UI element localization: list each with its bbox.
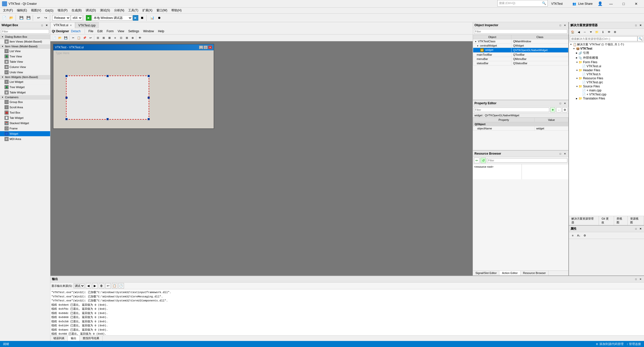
se-float-btn[interactable]: □ <box>634 23 638 27</box>
resize-handle-br[interactable] <box>148 118 150 120</box>
diagnostic-btn[interactable]: 📊 <box>149 15 155 21</box>
rb-filter-input[interactable] <box>487 158 567 163</box>
item-tool-box[interactable]: 🧰 Tool Box <box>0 110 50 115</box>
resize-handle-tm[interactable] <box>107 75 109 77</box>
widget-box-float-btn[interactable]: □ <box>40 23 44 27</box>
menu-item-extensions[interactable]: 扩展(X) <box>140 8 154 13</box>
form-window[interactable]: VTKTest - VTKTest.ui _ □ ✕ Type Here <box>53 44 214 129</box>
menu-item-test[interactable]: 测试(S) <box>98 8 112 13</box>
save-all-btn[interactable]: 💾 <box>25 15 32 21</box>
se-tab-git[interactable]: Git 更改 <box>599 216 614 225</box>
pe-add-btn[interactable]: + <box>550 107 555 112</box>
tree-row-vtktest-ui[interactable]: 📄 VTKTest.ui <box>569 64 644 68</box>
close-btn[interactable]: ✕ <box>630 0 642 8</box>
item-group-box[interactable]: □ Group Box <box>0 99 50 105</box>
rb-left[interactable]: <resource root> <box>473 164 522 179</box>
run-target-combo[interactable]: 本地 Windows 调试器 <box>92 15 132 21</box>
props-custom-btn[interactable]: ⚙ <box>582 233 588 238</box>
tree-row-source-files[interactable]: ▼ 📁 Source Files <box>569 84 644 88</box>
se-tab-solution[interactable]: 解决方案资源管理器 <box>569 216 599 225</box>
se-search-input[interactable] <box>570 36 637 41</box>
stop-btn[interactable]: ⏹ <box>139 15 145 21</box>
table-row[interactable]: ▼ VTKTestClass QMainWindow <box>473 39 568 44</box>
out-tab-find[interactable]: 查找符号结果 <box>80 336 103 341</box>
oi-close-btn[interactable]: ✕ <box>563 23 567 27</box>
tab-close-ui[interactable]: ✕ <box>70 24 72 27</box>
category-item-widgets[interactable]: ▼ Item Widgets (Item-Based) <box>0 75 50 79</box>
menu-item-edit[interactable]: 编辑(E) <box>15 8 29 13</box>
table-row[interactable]: mainToolBar QToolBar <box>473 53 568 57</box>
pe-filter-input[interactable] <box>474 108 549 112</box>
qt-menu-view[interactable]: View <box>116 29 126 33</box>
qt-menu-settings[interactable]: Settings <box>127 29 141 33</box>
maximize-btn[interactable]: □ <box>618 0 629 8</box>
qt-tool-undo[interactable]: ↩ <box>88 35 93 41</box>
build-config-combo[interactable]: Release <box>52 15 70 21</box>
item-mdi-area[interactable]: ⊞ MDI Area <box>0 136 50 142</box>
search-toolbar[interactable]: 搜索 (Ctrl+Q) 🔍 <box>497 0 548 7</box>
qt-menu-edit[interactable]: Edit <box>96 29 104 33</box>
attach-btn[interactable]: ▶ <box>133 15 138 21</box>
redo-btn[interactable]: ↪ <box>42 15 49 21</box>
menu-item-project[interactable]: 项目(P) <box>55 8 70 13</box>
widget-box-filter-input[interactable] <box>1 29 49 34</box>
qt-tool-paste[interactable]: 📌 <box>82 35 87 41</box>
rb-close-btn[interactable]: ✕ <box>563 152 567 156</box>
se-all-files-btn[interactable]: 📁 <box>594 29 600 35</box>
menu-item-file[interactable]: 文件(F) <box>1 8 15 13</box>
add-to-source-btn[interactable]: ⊕ 添加到源代码管理 <box>596 342 623 346</box>
out-tab-output[interactable]: 输出 <box>68 336 80 341</box>
resize-handle-ml[interactable] <box>66 97 68 99</box>
form-body[interactable]: Type Here <box>53 50 214 128</box>
tree-row-resource-files[interactable]: ▼ 📁 Resource Files <box>569 76 644 80</box>
out-tab-errors[interactable]: 错误列表 <box>50 336 68 341</box>
se-settings-btn[interactable]: ⚙ <box>612 29 618 35</box>
tree-row-vtktest-qrc[interactable]: 📄 VTKTest.qrc <box>569 80 644 84</box>
table-row[interactable]: W widget QVTKOpenGLNativeWidget <box>473 48 568 53</box>
rb-edit-btn[interactable]: ✏ <box>474 158 479 163</box>
qt-tool-layout4[interactable]: ≡ <box>112 35 118 41</box>
table-row[interactable]: statusBar QStatusBar <box>473 61 568 65</box>
table-row[interactable]: ▼ centralWidget QWidget <box>473 44 568 48</box>
pe-settings-btn[interactable]: ⚙ <box>562 107 567 112</box>
tree-row-main-cpp[interactable]: 📄 + main.cpp <box>569 88 644 92</box>
qt-tool-new[interactable]: 📄 <box>51 35 57 41</box>
qt-tool-layout5[interactable]: ⊡ <box>118 35 124 41</box>
props-float-btn[interactable]: □ <box>634 227 638 231</box>
form-min-btn[interactable]: _ <box>199 46 203 49</box>
tab-vtktest-ui[interactable]: VTKTest.ui ✕ <box>50 22 75 28</box>
resize-handle-mr[interactable] <box>148 97 150 99</box>
tree-row-project[interactable]: ▼ 📦 VTKTest <box>569 47 644 51</box>
item-list-widget[interactable]: ≡ List Widget <box>0 79 50 85</box>
pe-minus-btn[interactable]: - <box>556 107 561 112</box>
output-prev-btn[interactable]: ◀ <box>86 283 91 289</box>
se-properties-btn[interactable]: ℹ <box>600 29 606 35</box>
item-scroll-area[interactable]: ↕ Scroll Area <box>0 105 50 110</box>
se-home-btn[interactable]: 🏠 <box>570 29 575 35</box>
item-undo-view[interactable]: ↩ Undo View <box>0 70 50 75</box>
item-stacked-widget[interactable]: 📚 Stacked Widget <box>0 121 50 126</box>
qt-tool-layout6[interactable]: ⊞ <box>124 35 130 41</box>
se-filter-btn[interactable]: ⏷ <box>588 29 594 35</box>
form-close-btn[interactable]: ✕ <box>208 46 212 49</box>
widget-box-close-btn[interactable]: ✕ <box>45 23 49 27</box>
minimize-btn[interactable]: — <box>605 0 617 8</box>
tree-row-header-files[interactable]: ▼ 📁 Header Files <box>569 68 644 72</box>
qt-menu-form[interactable]: Form <box>105 29 115 33</box>
output-next-btn[interactable]: ▶ <box>92 283 98 289</box>
pe-float-btn[interactable]: □ <box>558 101 562 105</box>
qt-tool-save[interactable]: 💾 <box>63 35 69 41</box>
output-time-btn[interactable]: 🕐 <box>118 283 124 289</box>
rb-refresh-btn[interactable]: ↺ <box>480 158 486 163</box>
category-containers[interactable]: ▼ Containers <box>0 95 50 99</box>
qt-designer-detach[interactable]: Detach <box>71 29 81 33</box>
run-btn[interactable]: ▶ <box>86 15 91 21</box>
category-item-views[interactable]: ▼ Item Views (Model-Based) <box>0 44 50 49</box>
se-tab-resource[interactable]: 资源视图 <box>628 216 644 225</box>
menu-item-build[interactable]: 生成(B) <box>70 8 84 13</box>
output-wrap-btn[interactable]: ↩ <box>105 283 111 289</box>
item-table-view[interactable]: ▦ Table View <box>0 59 50 64</box>
oi-filter-input[interactable] <box>474 29 567 34</box>
output-clear-btn[interactable]: 🗑 <box>99 283 104 289</box>
tree-row-vtktest-h[interactable]: 📄 VTKTest.h <box>569 72 644 76</box>
